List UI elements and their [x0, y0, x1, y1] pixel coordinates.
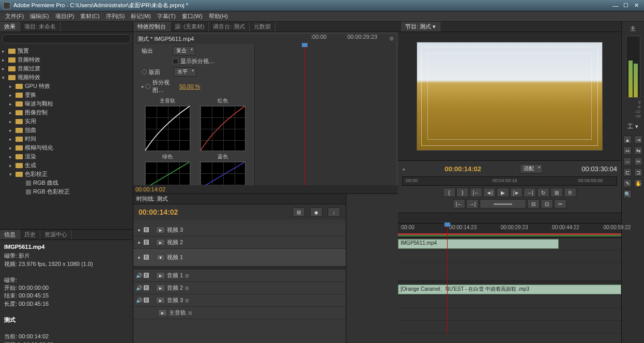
- menu-file[interactable]: 文件(F): [2, 11, 27, 21]
- track-v3-header[interactable]: ● 🅱 ▸ 视频 3: [133, 224, 346, 236]
- tree-folder-noise[interactable]: ▸噪波与颗粒: [0, 99, 133, 108]
- tab-metadata[interactable]: 元数据: [250, 22, 275, 32]
- effects-search-input[interactable]: [2, 34, 131, 43]
- track-master-header[interactable]: ▸ 主音轨 ⊠: [133, 307, 346, 319]
- tree-folder-video-fx[interactable]: ▾视频特效: [0, 73, 133, 82]
- tree-folder-color[interactable]: ▾色彩校正: [0, 170, 133, 178]
- tab-history[interactable]: 历史: [20, 230, 40, 240]
- track-a2-header[interactable]: 🔊 🅱 ▸ 音频 2 ⊠: [133, 282, 346, 294]
- razor-tool[interactable]: ✂: [634, 157, 642, 166]
- timeline-tab[interactable]: 时间线: 测式: [133, 194, 346, 204]
- tree-folder-presets[interactable]: ▸预置: [0, 47, 133, 55]
- next-edit-button[interactable]: →|: [466, 199, 479, 208]
- timeline-timecode[interactable]: 00:00:14:02: [139, 208, 178, 216]
- track-a3-header[interactable]: 🔊 🅱 ▸ 音频 3 ⊠: [133, 294, 346, 307]
- track-expand[interactable]: ▸: [156, 285, 165, 291]
- timeline-tracks[interactable]: IMGP5611.mp4 [Orange Caramel、NU'EST - 在白…: [398, 238, 621, 333]
- tab-program[interactable]: 节目: 测式 ▾: [401, 22, 440, 32]
- keyframe-toggle[interactable]: [142, 69, 147, 74]
- tree-folder-generate[interactable]: ▸生成: [0, 161, 133, 170]
- menu-marker[interactable]: 标记(M): [128, 11, 154, 21]
- safe-margin-button[interactable]: ⊞: [550, 188, 563, 197]
- tree-item-rgb-correct[interactable]: RGB 色彩校正: [0, 187, 133, 196]
- ripple-tool[interactable]: ⇔: [623, 146, 632, 155]
- track-v1-header[interactable]: ● 🅱 ▾ 视频 1: [133, 249, 346, 266]
- lock-icon[interactable]: 🅱: [143, 227, 150, 233]
- marker-button[interactable]: ◆: [310, 207, 323, 217]
- clip-v3[interactable]: IMGP5611.mp4: [398, 239, 559, 249]
- trim-button[interactable]: ✂: [554, 199, 566, 208]
- lock-icon[interactable]: 🅱: [143, 273, 150, 278]
- tab-effects[interactable]: 效果: [0, 22, 20, 32]
- tree-folder-gpu[interactable]: ▸GPU 特效: [0, 82, 133, 91]
- step-back-button[interactable]: ◄|: [483, 188, 496, 197]
- loop-button[interactable]: ↻: [537, 188, 549, 197]
- menu-edit[interactable]: 编辑(E): [27, 11, 52, 21]
- lock-icon[interactable]: 🅱: [143, 240, 150, 245]
- tab-info[interactable]: 信息: [0, 230, 20, 240]
- snap-button[interactable]: ⊞: [293, 207, 305, 217]
- effects-tree[interactable]: ▸预置 ▸音频特效 ▸音频过渡 ▾视频特效 ▸GPU 特效 ▸变换 ▸噪波与颗粒…: [0, 46, 133, 229]
- track-expand[interactable]: ▸: [156, 239, 165, 246]
- maximize-button[interactable]: ☐: [621, 2, 631, 9]
- menu-window[interactable]: 窗口(W): [179, 11, 206, 21]
- in-point-button[interactable]: {: [443, 188, 455, 197]
- effect-playhead[interactable]: [304, 44, 305, 191]
- menu-title[interactable]: 字幕(T): [154, 11, 179, 21]
- slide-tool[interactable]: ⊐: [634, 168, 642, 176]
- track-expand[interactable]: ▸: [156, 272, 165, 279]
- lock-icon[interactable]: 🅱: [143, 255, 150, 260]
- clip-a1[interactable]: [Orange Caramel、NU'EST - 在白雪 中踏着高跟鞋 .mp3: [398, 285, 621, 294]
- track-v3-lane[interactable]: IMGP5611.mp4: [398, 238, 621, 250]
- close-button[interactable]: ✕: [632, 2, 641, 9]
- speaker-icon[interactable]: 🔊: [135, 297, 143, 303]
- curve-green[interactable]: 绿色: [141, 153, 194, 188]
- track-a2-lane[interactable]: [398, 296, 621, 308]
- play-button[interactable]: ▶: [497, 188, 509, 197]
- hand-tool[interactable]: ✋: [634, 179, 642, 187]
- lift-button[interactable]: ⊟: [527, 199, 540, 208]
- track-select-tool[interactable]: ⇥: [634, 136, 642, 144]
- tree-folder-time[interactable]: ▸时间: [0, 135, 133, 143]
- output-dropdown[interactable]: 复合: [173, 46, 195, 55]
- go-in-button[interactable]: |←: [470, 188, 482, 197]
- minimize-button[interactable]: —: [611, 2, 620, 9]
- program-monitor[interactable]: [398, 32, 621, 160]
- track-v2-header[interactable]: ● 🅱 ▸ 视频 2: [133, 236, 346, 249]
- layout-dropdown[interactable]: 水平: [174, 67, 196, 77]
- speaker-icon[interactable]: 🔊: [135, 285, 143, 291]
- tab-resource[interactable]: 资源中心: [40, 230, 72, 240]
- curve-blue[interactable]: 蓝色: [196, 153, 249, 188]
- track-a3-lane[interactable]: [398, 308, 621, 321]
- eye-icon[interactable]: ●: [135, 255, 143, 260]
- tree-folder-transform[interactable]: ▸变换: [0, 91, 133, 99]
- eye-icon[interactable]: ●: [135, 227, 143, 233]
- rate-tool[interactable]: ↔: [623, 157, 632, 166]
- track-a1-header[interactable]: 🔊 🅱 ▸ 音频 1 ⊠: [133, 270, 346, 282]
- track-expand[interactable]: ▸: [158, 309, 167, 316]
- curve-red[interactable]: 红色: [196, 97, 249, 151]
- menu-project[interactable]: 项目(P): [52, 11, 78, 21]
- selection-tool[interactable]: ▲: [623, 136, 632, 144]
- lock-icon[interactable]: 🅱: [143, 297, 150, 303]
- show-split-checkbox[interactable]: [173, 58, 178, 64]
- program-ruler[interactable]: :00:00 00:04:59:16 00:09:59:09: [402, 176, 617, 186]
- zoom-tool[interactable]: 🔍: [623, 190, 632, 198]
- export-frame-button[interactable]: ⎘: [564, 188, 576, 197]
- step-fwd-button[interactable]: |►: [510, 188, 523, 197]
- extract-button[interactable]: ⊡: [541, 199, 553, 208]
- tree-folder-audio-trans[interactable]: ▸音频过渡: [0, 64, 133, 73]
- speaker-icon[interactable]: 🔊: [135, 273, 143, 278]
- prev-edit-button[interactable]: |←: [453, 199, 465, 208]
- tab-effect-controls[interactable]: 特效控制台: [133, 22, 171, 32]
- eye-icon[interactable]: ●: [135, 240, 143, 245]
- pen-tool[interactable]: ✎: [623, 179, 632, 187]
- menu-help[interactable]: 帮助(H): [206, 11, 231, 21]
- settings-button[interactable]: ↓: [328, 207, 340, 217]
- curve-master[interactable]: 主音轨: [141, 97, 194, 151]
- track-a1-lane[interactable]: [Orange Caramel、NU'EST - 在白雪 中踏着高跟鞋 .mp3: [398, 284, 621, 296]
- tab-project[interactable]: 项目: 未命名: [20, 22, 60, 32]
- tree-folder-image[interactable]: ▸图像控制: [0, 108, 133, 117]
- timeline-ruler[interactable]: :00:00 00:00:14:23 00:00:29:23 00:00:44:…: [398, 223, 621, 238]
- menu-clip[interactable]: 素材(C): [77, 11, 102, 21]
